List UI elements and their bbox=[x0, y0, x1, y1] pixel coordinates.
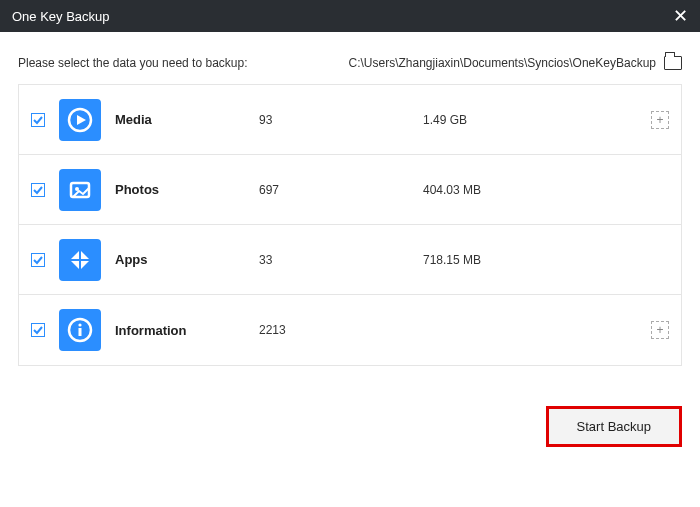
list-item-photos: Photos 697 404.03 MB bbox=[19, 155, 681, 225]
svg-rect-5 bbox=[79, 328, 82, 336]
category-label: Apps bbox=[115, 252, 245, 267]
list-item-information: Information 2213 + bbox=[19, 295, 681, 365]
media-icon bbox=[59, 99, 101, 141]
start-backup-button[interactable]: Start Backup bbox=[546, 406, 682, 447]
category-size: 1.49 GB bbox=[423, 113, 637, 127]
category-label: Information bbox=[115, 323, 245, 338]
svg-point-4 bbox=[78, 323, 81, 326]
folder-icon[interactable] bbox=[664, 56, 682, 70]
list-item-media: Media 93 1.49 GB + bbox=[19, 85, 681, 155]
expand-icon[interactable]: + bbox=[651, 321, 669, 339]
window-title: One Key Backup bbox=[12, 9, 110, 24]
category-count: 93 bbox=[259, 113, 409, 127]
close-icon[interactable]: ✕ bbox=[673, 7, 688, 25]
checkbox-apps[interactable] bbox=[31, 253, 45, 267]
category-size: 718.15 MB bbox=[423, 253, 669, 267]
category-count: 33 bbox=[259, 253, 409, 267]
checkbox-media[interactable] bbox=[31, 113, 45, 127]
list-item-apps: Apps 33 718.15 MB bbox=[19, 225, 681, 295]
apps-icon bbox=[59, 239, 101, 281]
titlebar: One Key Backup ✕ bbox=[0, 0, 700, 32]
checkbox-information[interactable] bbox=[31, 323, 45, 337]
category-list: Media 93 1.49 GB + Photos 697 404.03 MB bbox=[18, 84, 682, 366]
category-size: 404.03 MB bbox=[423, 183, 669, 197]
backup-path-text: C:\Users\Zhangjiaxin\Documents\Syncios\O… bbox=[349, 56, 656, 70]
footer: Start Backup bbox=[0, 382, 700, 447]
category-label: Media bbox=[115, 112, 245, 127]
category-count: 697 bbox=[259, 183, 409, 197]
photos-icon bbox=[59, 169, 101, 211]
category-label: Photos bbox=[115, 182, 245, 197]
expand-icon[interactable]: + bbox=[651, 111, 669, 129]
checkbox-photos[interactable] bbox=[31, 183, 45, 197]
header-row: Please select the data you need to backu… bbox=[18, 56, 682, 70]
backup-path-container: C:\Users\Zhangjiaxin\Documents\Syncios\O… bbox=[349, 56, 682, 70]
information-icon bbox=[59, 309, 101, 351]
content-area: Please select the data you need to backu… bbox=[0, 32, 700, 382]
instruction-text: Please select the data you need to backu… bbox=[18, 56, 248, 70]
category-count: 2213 bbox=[259, 323, 409, 337]
